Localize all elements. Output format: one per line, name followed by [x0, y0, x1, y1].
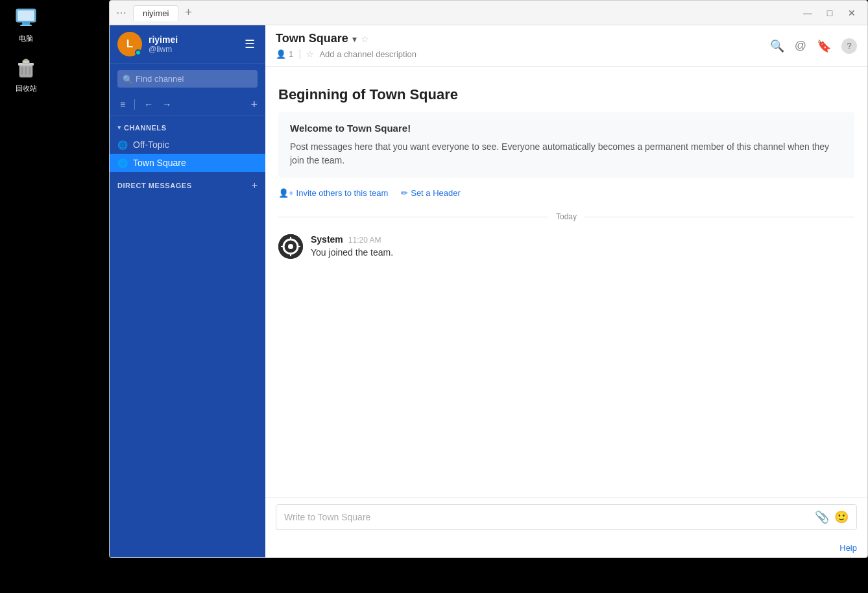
help-link[interactable]: Help — [839, 543, 857, 553]
title-bar: ⋯ niyimei + — □ ✕ — [110, 1, 867, 25]
message-content: System 11:20 AM You joined the team. — [311, 234, 854, 260]
date-divider-text: Today — [548, 212, 585, 221]
globe-icon-2: 🌐 — [117, 158, 128, 168]
header-star2-icon[interactable]: ☆ — [306, 49, 314, 59]
chat-input-area: 📎 🙂 — [265, 497, 867, 539]
svg-rect-1 — [18, 10, 34, 21]
tab-label: niyimei — [143, 8, 169, 18]
maximize-button[interactable]: □ — [821, 6, 839, 20]
chat-header: Town Square ▾ ☆ 👤 1 | ☆ Add a channel de… — [265, 25, 867, 67]
sidebar-header: L riyimei @liwm ☰ — [110, 25, 265, 64]
globe-icon: 🌐 — [117, 140, 128, 150]
app-body: L riyimei @liwm ☰ 🔍 — [110, 25, 867, 557]
channel-intro: Beginning of Town Square Welcome to Town… — [265, 67, 867, 204]
sidebar-menu-button[interactable]: ☰ — [242, 34, 258, 54]
emoji-icon[interactable]: 🙂 — [834, 510, 849, 524]
welcome-box: Welcome to Town Square! Post messages he… — [278, 112, 854, 178]
sidebar-item-town-square[interactable]: 🌐 Town Square — [110, 154, 265, 172]
user-info: riyimei @liwm — [149, 34, 235, 54]
chat-header-actions: 🔍 @ 🔖 ? — [770, 38, 857, 54]
at-action-icon[interactable]: @ — [795, 39, 806, 53]
sidebar-search-area: 🔍 — [110, 64, 265, 94]
welcome-title: Welcome to Town Square! — [290, 123, 843, 134]
dm-section-header: DIRECT MESSAGES + — [110, 172, 265, 195]
close-button[interactable]: ✕ — [843, 6, 861, 20]
svg-rect-3 — [20, 25, 32, 26]
my-computer-icon[interactable]: 电脑 — [6, 6, 45, 43]
minimize-button[interactable]: — — [799, 6, 817, 20]
chat-channel-name: Town Square — [276, 32, 348, 45]
user-handle: @liwm — [149, 45, 235, 54]
recycle-bin-label: 回收站 — [16, 84, 37, 93]
svg-point-12 — [288, 244, 293, 249]
channel-intro-title: Beginning of Town Square — [278, 86, 854, 103]
dm-add-button[interactable]: + — [252, 180, 258, 191]
search-action-icon[interactable]: 🔍 — [770, 39, 784, 53]
sidebar: L riyimei @liwm ☰ 🔍 — [110, 25, 265, 557]
title-bar-tab[interactable]: niyimei — [133, 5, 178, 21]
date-divider: Today — [265, 204, 867, 229]
message-avatar — [278, 234, 303, 259]
invite-others-link[interactable]: 👤+ Invite others to this team — [278, 188, 388, 198]
message-input[interactable] — [284, 512, 810, 522]
title-bar-controls: — □ ✕ — [799, 6, 861, 20]
chat-header-left: Town Square ▾ ☆ 👤 1 | ☆ Add a channel de… — [276, 32, 770, 60]
channels-section-header: ▾ CHANNELS — [110, 115, 265, 136]
title-bar-dots: ⋯ — [116, 6, 127, 19]
channel-star-icon[interactable]: ☆ — [361, 34, 369, 44]
filter-icon[interactable]: ≡ — [117, 97, 128, 112]
channels-section-title: CHANNELS — [124, 124, 258, 132]
message-time: 11:20 AM — [348, 236, 381, 245]
chat-area: Town Square ▾ ☆ 👤 1 | ☆ Add a channel de… — [265, 25, 867, 557]
chat-help: Help — [265, 539, 867, 557]
help-action-icon[interactable]: ? — [841, 38, 857, 54]
sidebar-item-off-topic[interactable]: 🌐 Off-Topic — [110, 136, 265, 154]
messages-area: System 11:20 AM You joined the team. — [265, 229, 867, 265]
sidebar-toolbar: ≡ ← → + — [110, 94, 265, 115]
svg-rect-6 — [23, 60, 29, 64]
search-wrap: 🔍 — [117, 70, 258, 88]
attach-file-icon[interactable]: 📎 — [815, 510, 829, 524]
forward-button[interactable]: → — [160, 97, 174, 112]
my-computer-label: 电脑 — [19, 34, 33, 43]
toolbar-divider — [134, 99, 135, 110]
recycle-bin-icon[interactable]: 回收站 — [6, 56, 45, 93]
back-button[interactable]: ← — [141, 97, 156, 112]
channels-chevron-icon[interactable]: ▾ — [117, 123, 121, 132]
search-input[interactable] — [117, 70, 258, 88]
welcome-text: Post messages here that you want everyon… — [290, 140, 843, 167]
chat-body: Beginning of Town Square Welcome to Town… — [265, 67, 867, 497]
dm-section-title: DIRECT MESSAGES — [117, 182, 252, 189]
toolbar-plus-button[interactable]: + — [250, 98, 258, 112]
avatar[interactable]: L — [117, 32, 142, 56]
title-bar-menu[interactable]: ⋯ — [116, 6, 127, 19]
channel-actions: 👤+ Invite others to this team ✏ Set a He… — [278, 188, 854, 198]
invite-icon: 👤+ — [278, 188, 294, 198]
online-status-indicator — [135, 49, 141, 56]
chat-input-wrap: 📎 🙂 — [276, 504, 857, 530]
desktop-icons: 电脑 回收站 — [6, 6, 45, 93]
chat-header-meta: 👤 1 | ☆ Add a channel description — [276, 48, 770, 60]
svg-rect-2 — [22, 22, 30, 25]
trash-icon — [14, 56, 38, 81]
channel-description[interactable]: Add a channel description — [319, 49, 416, 59]
table-row: System 11:20 AM You joined the team. — [278, 229, 854, 265]
chat-header-title-row: Town Square ▾ ☆ — [276, 32, 770, 45]
channel-name-town-square: Town Square — [133, 158, 186, 168]
members-count[interactable]: 👤 1 — [276, 49, 293, 59]
monitor-icon — [14, 6, 38, 31]
set-header-link[interactable]: ✏ Set a Header — [401, 188, 461, 198]
pencil-icon: ✏ — [401, 188, 408, 198]
desktop: 电脑 回收站 ⋯ niy — [0, 0, 868, 593]
message-author: System — [311, 234, 343, 245]
bookmark-action-icon[interactable]: 🔖 — [817, 39, 831, 53]
system-avatar-icon — [278, 234, 303, 259]
message-text: You joined the team. — [311, 246, 854, 260]
username: riyimei — [149, 34, 235, 45]
members-icon: 👤 — [276, 49, 286, 59]
channel-name-off-topic: Off-Topic — [133, 139, 169, 150]
message-body: You joined the team. — [311, 247, 393, 258]
app-window: ⋯ niyimei + — □ ✕ L — [109, 0, 868, 558]
add-tab-button[interactable]: + — [180, 5, 197, 21]
channel-dropdown-icon[interactable]: ▾ — [352, 34, 357, 44]
